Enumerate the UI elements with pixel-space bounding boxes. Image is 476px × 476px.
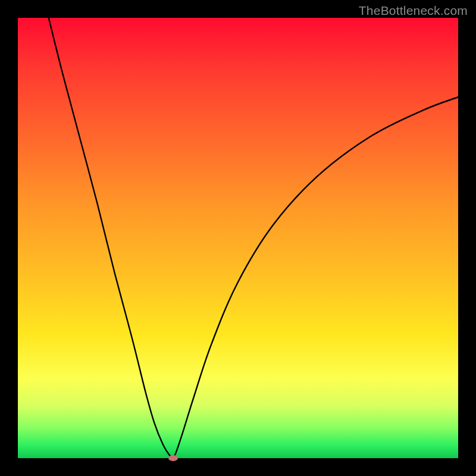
minimum-marker: [168, 455, 178, 461]
curve-left-branch: [49, 18, 173, 458]
bottleneck-curve: [18, 18, 458, 458]
chart-frame: TheBottleneck.com: [0, 0, 476, 476]
curve-right-branch: [173, 97, 458, 458]
watermark-text: TheBottleneck.com: [359, 4, 468, 18]
plot-area: [18, 18, 458, 458]
